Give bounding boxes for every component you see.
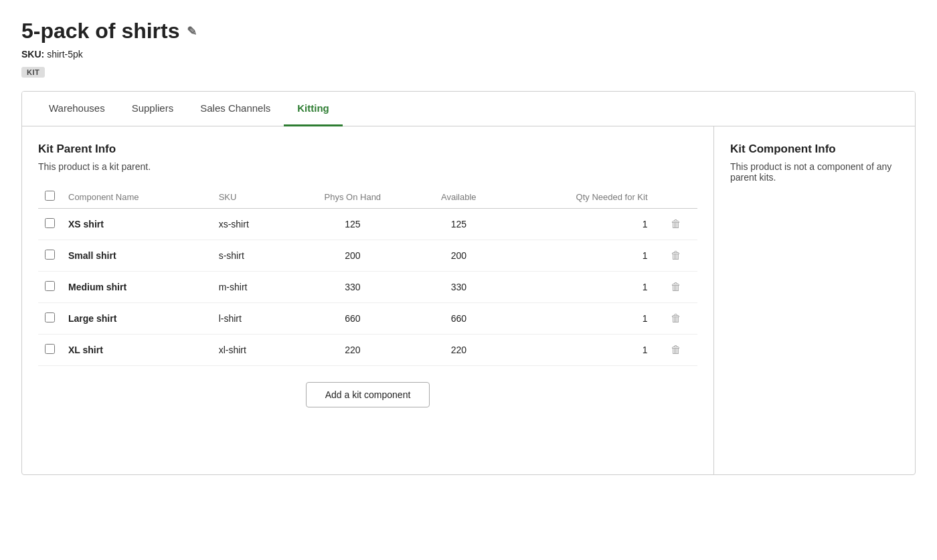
col-header-checkbox <box>38 185 62 209</box>
row-qty-needed: 1 <box>502 209 654 240</box>
product-title: 5-pack of shirts <box>21 19 180 43</box>
row-component-name: XL shirt <box>62 335 212 366</box>
row-checkbox-3[interactable] <box>45 312 55 322</box>
sku-line: SKU: shirt-5pk <box>21 49 916 60</box>
add-kit-component-button[interactable]: Add a kit component <box>306 382 430 407</box>
row-qty-needed: 1 <box>502 335 654 366</box>
sku-label: SKU: <box>21 49 44 60</box>
tab-kitting[interactable]: Kitting <box>284 92 342 126</box>
row-qty-needed: 1 <box>502 240 654 272</box>
kit-parent-title: Kit Parent Info <box>38 143 697 156</box>
sku-value: shirt-5pk <box>47 49 83 60</box>
col-header-qty-needed: Qty Needed for Kit <box>502 185 654 209</box>
col-header-actions <box>655 185 697 209</box>
row-delete-cell: 🗑 <box>655 240 697 272</box>
delete-row-icon[interactable]: 🗑 <box>671 250 681 261</box>
col-header-phys-on-hand: Phys On Hand <box>290 185 415 209</box>
table-row: XL shirt xl-shirt 220 220 1 🗑 <box>38 335 697 366</box>
row-qty-needed: 1 <box>502 272 654 303</box>
row-delete-cell: 🗑 <box>655 335 697 366</box>
edit-icon[interactable]: ✎ <box>187 24 197 39</box>
row-available: 200 <box>415 240 502 272</box>
row-delete-cell: 🗑 <box>655 303 697 335</box>
delete-row-icon[interactable]: 🗑 <box>671 281 681 292</box>
row-checkbox-0[interactable] <box>45 218 55 228</box>
kit-component-section: Kit Component Info This product is not a… <box>714 126 915 474</box>
row-sku: m-shirt <box>212 272 290 303</box>
delete-row-icon[interactable]: 🗑 <box>671 344 681 355</box>
row-sku: s-shirt <box>212 240 290 272</box>
row-available: 660 <box>415 303 502 335</box>
row-phys-on-hand: 200 <box>290 240 415 272</box>
kit-components-table: Component Name SKU Phys On Hand Availabl… <box>38 185 697 366</box>
row-checkbox-cell <box>38 303 62 335</box>
row-qty-needed: 1 <box>502 303 654 335</box>
card-body: Kit Parent Info This product is a kit pa… <box>22 126 915 474</box>
row-checkbox-cell <box>38 335 62 366</box>
kit-parent-section: Kit Parent Info This product is a kit pa… <box>22 126 714 474</box>
row-delete-cell: 🗑 <box>655 272 697 303</box>
col-header-available: Available <box>415 185 502 209</box>
row-available: 125 <box>415 209 502 240</box>
kit-badge: KIT <box>21 67 45 78</box>
col-header-sku: SKU <box>212 185 290 209</box>
row-phys-on-hand: 220 <box>290 335 415 366</box>
row-sku: l-shirt <box>212 303 290 335</box>
row-component-name: Large shirt <box>62 303 212 335</box>
row-component-name: Medium shirt <box>62 272 212 303</box>
kit-component-description: This product is not a component of any p… <box>730 161 899 183</box>
select-all-checkbox[interactable] <box>45 191 55 201</box>
row-sku: xl-shirt <box>212 335 290 366</box>
table-row: Medium shirt m-shirt 330 330 1 🗑 <box>38 272 697 303</box>
row-available: 220 <box>415 335 502 366</box>
col-header-component-name: Component Name <box>62 185 212 209</box>
table-row: Small shirt s-shirt 200 200 1 🗑 <box>38 240 697 272</box>
row-checkbox-4[interactable] <box>45 344 55 354</box>
row-phys-on-hand: 330 <box>290 272 415 303</box>
row-checkbox-2[interactable] <box>45 281 55 291</box>
delete-row-icon[interactable]: 🗑 <box>671 312 681 324</box>
tab-sales-channels[interactable]: Sales Channels <box>187 92 284 126</box>
row-checkbox-cell <box>38 272 62 303</box>
row-checkbox-1[interactable] <box>45 250 55 260</box>
table-row: Large shirt l-shirt 660 660 1 🗑 <box>38 303 697 335</box>
kit-component-title: Kit Component Info <box>730 143 899 156</box>
page-container: 5-pack of shirts ✎ SKU: shirt-5pk KIT Wa… <box>0 0 937 494</box>
tab-suppliers[interactable]: Suppliers <box>118 92 187 126</box>
tab-warehouses[interactable]: Warehouses <box>35 92 118 126</box>
row-available: 330 <box>415 272 502 303</box>
row-phys-on-hand: 125 <box>290 209 415 240</box>
product-title-row: 5-pack of shirts ✎ <box>21 19 916 43</box>
delete-row-icon[interactable]: 🗑 <box>671 218 681 229</box>
kit-parent-description: This product is a kit parent. <box>38 161 697 172</box>
row-component-name: Small shirt <box>62 240 212 272</box>
tabs-container: Warehouses Suppliers Sales Channels Kitt… <box>22 92 915 126</box>
row-sku: xs-shirt <box>212 209 290 240</box>
table-row: XS shirt xs-shirt 125 125 1 🗑 <box>38 209 697 240</box>
add-kit-btn-row: Add a kit component <box>38 366 697 413</box>
row-checkbox-cell <box>38 240 62 272</box>
main-card: Warehouses Suppliers Sales Channels Kitt… <box>21 91 916 475</box>
row-delete-cell: 🗑 <box>655 209 697 240</box>
row-phys-on-hand: 660 <box>290 303 415 335</box>
row-component-name: XS shirt <box>62 209 212 240</box>
row-checkbox-cell <box>38 209 62 240</box>
